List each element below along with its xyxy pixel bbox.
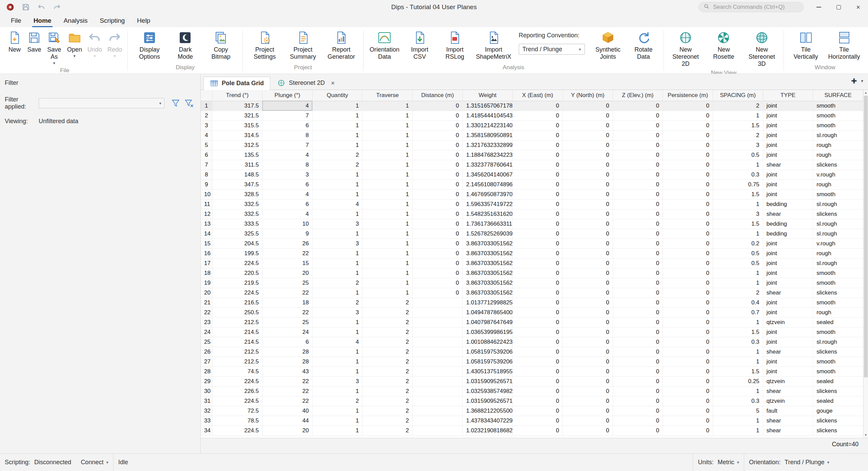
import-shapemetrix-button[interactable]: Import ShapeMetriX [474,29,513,60]
cell[interactable]: sl.rough [813,337,863,347]
tab-list-chevron-icon[interactable]: ▾ [861,78,863,83]
cell[interactable]: 0 [513,386,563,396]
cell[interactable]: 0 [613,101,663,111]
cell[interactable]: rough [813,180,863,189]
cell[interactable]: 0 [513,170,563,180]
cell[interactable]: 0 [613,170,663,180]
cell[interactable]: 0 [663,288,713,298]
row-number[interactable]: 29 [201,376,212,386]
cell[interactable]: 25 [262,278,313,288]
cell[interactable]: 0 [563,317,613,327]
cell[interactable]: 1.4378343407229... [462,416,513,426]
cell[interactable]: 1.5 [713,366,763,376]
cell[interactable]: 0 [413,199,463,209]
display-options-button[interactable]: Display Options [131,29,168,60]
cell[interactable]: smooth [813,366,863,376]
cell[interactable]: 0 [613,248,663,258]
cell[interactable]: 0 [413,189,463,199]
cell[interactable]: 0 [663,357,713,366]
row-number[interactable]: 19 [201,278,212,288]
cell[interactable]: 2 [362,396,413,406]
cell[interactable]: 15 [262,258,313,268]
row-number[interactable]: 34 [201,426,212,435]
cell[interactable]: 1 [362,120,413,130]
cell[interactable]: 1 [362,101,413,111]
cell[interactable]: joint [763,258,813,268]
cell[interactable]: 0 [413,288,463,298]
tile-horizontally-button[interactable]: Tile Horizontally [826,29,863,60]
cell[interactable]: slickens [813,288,863,298]
row-number[interactable]: 15 [201,239,212,248]
cell[interactable]: 0 [663,150,713,160]
column-header[interactable]: Y (North) (m) [563,90,613,101]
cell[interactable]: 0 [513,101,563,111]
row-number[interactable]: 31 [201,396,212,406]
cell[interactable]: 1.5 [713,327,763,337]
cell[interactable]: 0 [513,416,563,426]
cell[interactable]: 1 [312,140,362,150]
cell[interactable]: 0 [513,258,563,268]
cell[interactable]: 0 [663,386,713,396]
cell[interactable]: 0 [413,120,463,130]
new-stereonet-2d-button[interactable]: New Stereonet 2D [667,29,704,68]
cell[interactable]: 20 [262,426,313,435]
rotate-data-button[interactable]: Rotate Data [627,29,660,60]
cell[interactable]: smooth [813,120,863,130]
cell[interactable]: 5 [713,406,763,416]
cell[interactable]: 250.5 [212,307,262,317]
cell[interactable]: 1.5 [713,120,763,130]
cell[interactable]: 0 [613,120,663,130]
cell[interactable]: joint [763,307,813,317]
cell[interactable] [413,298,463,307]
row-number[interactable]: 12 [201,209,212,219]
cell[interactable]: 1.548235163162026 [462,209,513,219]
cell[interactable]: 8 [262,160,313,170]
synthetic-joints-button[interactable]: Synthetic Joints [590,29,626,60]
cell[interactable]: 0 [413,209,463,219]
cell[interactable]: 0 [563,386,613,396]
cell[interactable]: 0 [563,366,613,376]
row-number[interactable]: 27 [201,357,212,366]
cell[interactable]: 4 [262,150,313,160]
cell[interactable]: 40 [262,406,313,416]
cell[interactable]: 28 [262,357,313,366]
cell[interactable]: 1 [713,357,763,366]
cell[interactable]: joint [763,101,813,111]
cell[interactable] [413,416,463,426]
cell[interactable]: joint [763,180,813,189]
cell[interactable] [413,386,463,396]
cell[interactable]: 1.036539998619531 [462,327,513,337]
units-select[interactable]: Metric ▾ [717,459,739,466]
column-header[interactable]: X (East) (m) [513,90,563,101]
tab-pole-data-grid[interactable]: Pole Data Grid [203,77,270,90]
cell[interactable]: 2 [312,396,362,406]
cell[interactable]: 0 [563,307,613,317]
cell[interactable]: 24 [262,327,313,337]
cell[interactable]: 1 [362,170,413,180]
cell[interactable]: 1 [312,268,362,278]
cell[interactable]: 0 [563,101,613,111]
cell[interactable]: 3.8637033051562... [462,288,513,298]
cell[interactable]: shear [763,386,813,396]
cell[interactable]: slickens [813,416,863,426]
cell[interactable]: 214.5 [212,327,262,337]
tab-stereonet-2d[interactable]: Stereonet 2D× [271,76,341,90]
cell[interactable]: 224.5 [212,288,262,298]
cell[interactable]: shear [763,209,813,219]
cell[interactable]: 0 [513,239,563,248]
cell[interactable]: 0 [513,288,563,298]
column-header[interactable]: SPACING (m) [713,90,763,101]
cell[interactable]: 0 [563,199,613,209]
cell[interactable] [413,317,463,327]
cell[interactable]: slickens [813,347,863,357]
cell[interactable]: 0 [413,111,463,120]
cell[interactable]: 0 [613,268,663,278]
cell[interactable]: bedding [763,199,813,209]
cell[interactable]: 1.1884768234223... [462,150,513,160]
menu-home[interactable]: Home [27,14,58,27]
cell[interactable]: 199.5 [212,248,262,258]
apply-filter-button[interactable] [169,97,182,109]
cell[interactable]: 1 [362,239,413,248]
cell[interactable]: 0 [563,396,613,406]
cell[interactable]: 0 [663,219,713,229]
